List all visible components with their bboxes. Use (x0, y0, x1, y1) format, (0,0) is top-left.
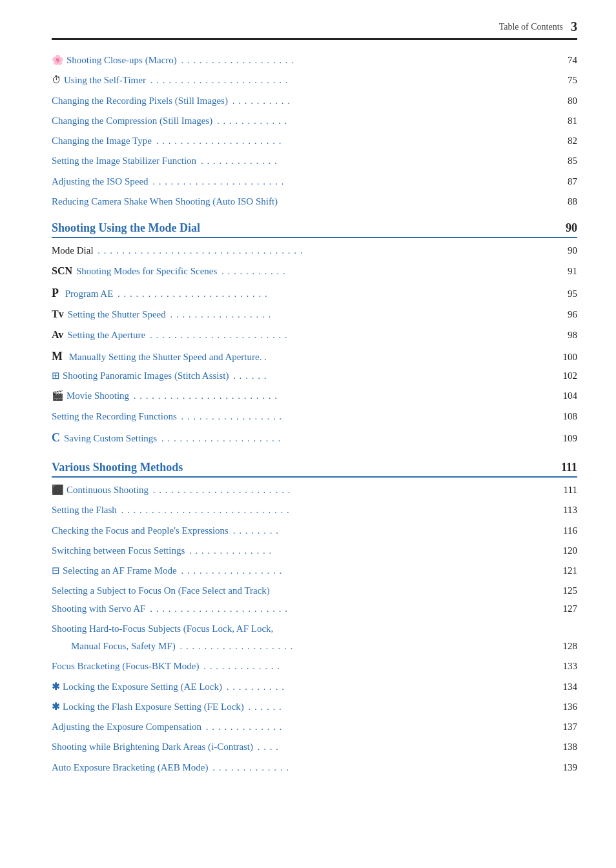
list-item[interactable]: Av Setting the Aperture . . . . . . . . … (52, 326, 577, 347)
list-item[interactable]: SCN Shooting Modes for Specific Scenes .… (52, 262, 577, 283)
list-item[interactable]: ⊞ Shooting Panoramic Images (Stitch Assi… (52, 367, 577, 387)
list-item[interactable]: Setting the Flash . . . . . . . . . . . … (52, 501, 577, 521)
list-item[interactable]: Auto Exposure Bracketing (AEB Mode) . . … (52, 759, 577, 779)
list-item[interactable]: Changing the Image Type . . . . . . . . … (52, 132, 577, 152)
list-item[interactable]: Reducing Camera Shake When Shooting (Aut… (52, 193, 577, 210)
list-item[interactable]: Adjusting the ISO Speed . . . . . . . . … (52, 173, 577, 193)
list-item[interactable]: Shooting with Servo AF . . . . . . . . .… (52, 600, 577, 620)
macro-icon: 🌸 (52, 53, 64, 68)
ae-lock-icon: ✱ (52, 680, 60, 694)
list-item[interactable]: Manual Focus, Safety MF) . . . . . . . .… (52, 638, 577, 658)
section1-entries: Mode Dial . . . . . . . . . . . . . . . … (52, 242, 577, 450)
section2-entries: ⬛ Continuous Shooting . . . . . . . . . … (52, 481, 577, 779)
tv-label: Tv (52, 307, 64, 323)
header-title: Table of Contents (499, 22, 563, 32)
list-item[interactable]: Changing the Compression (Still Images) … (52, 112, 577, 132)
page: Table of Contents 3 🌸 Shooting Close-ups… (0, 0, 616, 868)
list-item[interactable]: 🎬 Movie Shooting . . . . . . . . . . . .… (52, 387, 577, 407)
list-item[interactable]: Tv Setting the Shutter Speed . . . . . .… (52, 305, 577, 326)
list-item[interactable]: Switching between Focus Settings . . . .… (52, 542, 577, 562)
list-item[interactable]: Checking the Focus and People's Expressi… (52, 522, 577, 542)
header-page-number: 3 (571, 19, 577, 34)
m-label: M (52, 348, 63, 366)
p-label: P (52, 285, 59, 303)
toc-top-entries: 🌸 Shooting Close-ups (Macro) . . . . . .… (52, 52, 577, 210)
section-title: Various Shooting Methods (52, 461, 183, 474)
page-header: Table of Contents 3 (52, 19, 577, 40)
self-timer-icon: ⏱ (52, 73, 61, 88)
list-item[interactable]: Changing the Recording Pixels (Still Ima… (52, 92, 577, 112)
section-page: 90 (566, 221, 577, 235)
list-item[interactable]: ✱ Locking the Exposure Setting (AE Lock)… (52, 678, 577, 698)
list-item[interactable]: ✱ Locking the Flash Exposure Setting (FE… (52, 698, 577, 718)
fe-lock-icon: ✱ (52, 700, 60, 714)
section-page: 111 (561, 461, 577, 474)
list-item[interactable]: Shooting while Brightening Dark Areas (i… (52, 738, 577, 758)
continuous-icon: ⬛ (52, 483, 64, 498)
list-item[interactable]: 🌸 Shooting Close-ups (Macro) . . . . . .… (52, 52, 577, 72)
list-item[interactable]: Setting the Recording Functions . . . . … (52, 408, 577, 428)
list-item[interactable]: M Manually Setting the Shutter Speed and… (52, 347, 577, 367)
scn-label: SCN (52, 263, 72, 279)
section-title: Shooting Using the Mode Dial (52, 221, 200, 235)
list-item[interactable]: Selecting a Subject to Focus On (Face Se… (52, 582, 577, 600)
list-item[interactable]: ⏱ Using the Self-Timer . . . . . . . . .… (52, 72, 577, 92)
list-item[interactable]: C Saving Custom Settings . . . . . . . .… (52, 428, 577, 450)
section-header-mode-dial: Shooting Using the Mode Dial 90 (52, 218, 577, 238)
af-frame-icon: ⊟ (52, 563, 60, 578)
section-header-various: Various Shooting Methods 111 (52, 458, 577, 478)
list-item[interactable]: ⊟ Selecting an AF Frame Mode . . . . . .… (52, 562, 577, 582)
c-label: C (52, 429, 60, 447)
stitch-icon: ⊞ (52, 368, 60, 383)
list-item[interactable]: Shooting Hard-to-Focus Subjects (Focus L… (52, 620, 577, 638)
movie-icon: 🎬 (52, 389, 64, 403)
list-item[interactable]: Focus Bracketing (Focus-BKT Mode) . . . … (52, 658, 577, 678)
list-item[interactable]: Mode Dial . . . . . . . . . . . . . . . … (52, 242, 577, 262)
list-item[interactable]: Setting the Image Stabilizer Function . … (52, 152, 577, 172)
list-item[interactable]: P Program AE . . . . . . . . . . . . . .… (52, 283, 577, 305)
list-item[interactable]: Adjusting the Exposure Compensation . . … (52, 718, 577, 738)
av-label: Av (52, 327, 63, 343)
list-item[interactable]: ⬛ Continuous Shooting . . . . . . . . . … (52, 481, 577, 501)
